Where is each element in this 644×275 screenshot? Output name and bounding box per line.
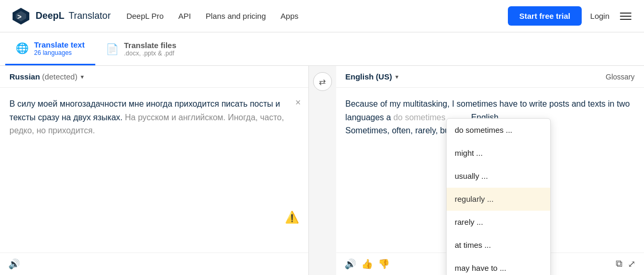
tab-label-translate-text: Translate text: [34, 40, 85, 49]
target-text-line2: Sometimes, often, rarely, but: [346, 126, 452, 135]
hamburger-line-1: [620, 13, 631, 14]
target-panel: English (US) ▾ Glossary Because of my mu…: [336, 66, 645, 275]
logo-translator: Translator: [69, 10, 110, 21]
tab-translate-files[interactable]: 📄 Translate files .docx, .pptx & .pdf: [95, 32, 187, 65]
tab-sub-translate-text: 26 languages: [34, 49, 85, 56]
target-text-area: Because of my multitasking, I sometimes …: [336, 88, 645, 253]
copy-icon[interactable]: ⧉: [616, 258, 623, 270]
dropdown-item-6[interactable]: may have to ...: [447, 257, 550, 275]
close-source-button[interactable]: ×: [295, 95, 301, 110]
dropdown-item-3[interactable]: regularly ...: [447, 188, 550, 211]
nav-apps[interactable]: Apps: [281, 12, 298, 20]
logo-deepl: DeepL: [36, 10, 64, 21]
hamburger-menu-button[interactable]: [618, 10, 634, 22]
tab-label-translate-files: Translate files: [124, 41, 176, 50]
source-panel: Russian (detected) ▾ В силу моей многоза…: [0, 66, 309, 275]
share-icon[interactable]: ⤢: [628, 258, 636, 270]
start-free-trial-button[interactable]: Start free trial: [508, 6, 582, 26]
nav-plans[interactable]: Plans and pricing: [206, 12, 266, 20]
tab-text-translate-files: Translate files .docx, .pptx & .pdf: [124, 41, 176, 57]
nav-api[interactable]: API: [179, 12, 191, 20]
source-text-area[interactable]: В силу моей многозадачности мне иногда п…: [0, 88, 308, 253]
tab-sub-translate-files: .docx, .pptx & .pdf: [124, 50, 176, 57]
logo-area: > DeepL Translator: [10, 6, 110, 27]
glossary-link[interactable]: Glossary: [606, 73, 635, 81]
hamburger-line-2: [620, 16, 631, 17]
target-lang-bar: English (US) ▾ Glossary: [336, 66, 645, 88]
dropdown-item-1[interactable]: might ...: [447, 142, 550, 165]
header: > DeepL Translator DeepL Pro API Plans a…: [0, 0, 644, 32]
file-icon: 📄: [106, 43, 119, 55]
main-nav: DeepL Pro API Plans and pricing Apps: [126, 12, 507, 20]
tab-translate-text[interactable]: 🌐 Translate text 26 languages: [5, 32, 95, 65]
alternatives-dropdown: do sometimes ... might ... usually ... r…: [446, 118, 551, 275]
source-lang-chevron-icon[interactable]: ▾: [81, 73, 84, 81]
target-language-label: English (US): [346, 72, 392, 81]
source-bottom-bar: 🔊: [0, 253, 308, 275]
swap-column: ⇄: [309, 66, 336, 275]
target-speaker-icon[interactable]: 🔊: [345, 258, 356, 270]
tab-text-translate-text: Translate text 26 languages: [34, 40, 85, 56]
header-actions: Start free trial Login: [508, 6, 634, 26]
source-detected-label: (detected): [42, 72, 77, 81]
svg-text:>: >: [17, 13, 21, 21]
dropdown-item-5[interactable]: at times ...: [447, 234, 550, 257]
globe-icon: 🌐: [16, 42, 29, 54]
tabs-bar: 🌐 Translate text 26 languages 📄 Translat…: [0, 32, 644, 66]
deepl-logo-icon: >: [10, 6, 31, 27]
source-language-label: Russian: [9, 72, 40, 81]
source-lang-bar: Russian (detected) ▾: [0, 66, 308, 88]
target-lang-chevron-icon[interactable]: ▾: [395, 73, 398, 81]
thumbs-down-icon[interactable]: 👎: [378, 258, 390, 270]
thumbs-up-icon[interactable]: 👍: [361, 258, 373, 270]
main-area: Russian (detected) ▾ В силу моей многоза…: [0, 66, 644, 275]
dropdown-item-4[interactable]: rarely ...: [447, 211, 550, 234]
dropdown-item-0[interactable]: do sometimes ...: [447, 119, 550, 142]
target-actions-right: ⧉ ⤢: [616, 258, 636, 270]
error-icon: ⚠️: [285, 208, 299, 226]
dropdown-item-2[interactable]: usually ...: [447, 165, 550, 188]
login-button[interactable]: Login: [590, 12, 609, 20]
swap-languages-button[interactable]: ⇄: [313, 72, 332, 91]
nav-deepl-pro[interactable]: DeepL Pro: [126, 12, 163, 20]
hamburger-line-3: [620, 19, 631, 20]
source-speaker-icon[interactable]: 🔊: [8, 258, 20, 270]
